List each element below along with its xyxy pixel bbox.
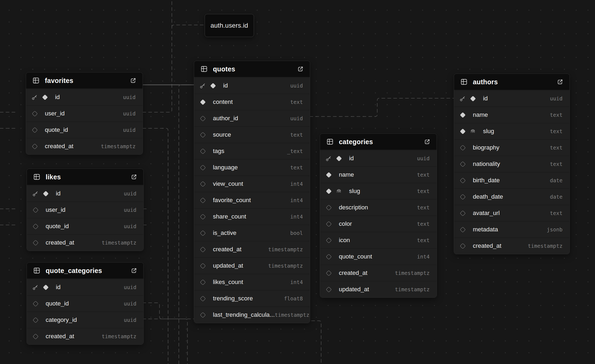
column-type: bool: [290, 230, 310, 236]
column-row-authors-id: iduuid: [454, 90, 569, 107]
column-name: slug: [349, 188, 360, 195]
column-name: user_id: [45, 110, 65, 117]
column-name: id: [55, 94, 60, 101]
column-row-authors-birth_date: birth_datedate: [454, 172, 569, 188]
primary-key-icon: [199, 82, 206, 89]
primary-key-icon: [32, 284, 39, 290]
edge-quote-categories-category-to-categories: [311, 321, 321, 364]
column-row-quotes-source: sourcetext: [194, 126, 310, 143]
nullable-icon: [32, 223, 39, 230]
external-link-icon[interactable]: [297, 65, 304, 73]
not-null-icon: [336, 155, 342, 162]
column-type: timestamptz: [528, 243, 569, 249]
column-name: created_at: [473, 242, 501, 249]
nullable-icon: [31, 110, 38, 117]
edge-quotes-author-to-authors: [310, 98, 454, 117]
external-link-icon[interactable]: [423, 138, 431, 145]
table-header-quotes[interactable]: quotes: [194, 61, 310, 77]
column-name: quote_count: [339, 253, 372, 260]
column-type: int4: [290, 197, 310, 203]
column-name: created_at: [46, 333, 74, 340]
nullable-icon: [32, 317, 39, 323]
column-type: text: [417, 172, 437, 178]
not-null-icon: [42, 190, 49, 197]
nullable-icon: [459, 161, 466, 167]
column-type: uuid: [290, 83, 310, 89]
edge-quote-categories-category-to-categories: [143, 319, 187, 364]
column-name: id: [223, 82, 228, 89]
column-name: category_id: [46, 316, 77, 323]
nullable-icon: [199, 279, 206, 285]
column-name: created_at: [45, 143, 73, 150]
nullable-icon: [325, 253, 332, 260]
not-null-icon: [325, 172, 332, 178]
table-icon: [200, 65, 208, 73]
column-name: language: [213, 164, 238, 171]
not-null-icon: [459, 128, 466, 134]
column-row-authors-death_date: death_datedate: [454, 188, 569, 205]
column-row-quote_categories-id: iduuid: [27, 279, 143, 295]
external-link-icon[interactable]: [130, 267, 137, 274]
table-header-likes[interactable]: likes: [27, 169, 143, 185]
column-type: timestamptz: [268, 263, 310, 269]
column-name: tags: [213, 148, 224, 155]
column-row-authors-nationality: nationalitytext: [454, 156, 569, 172]
column-type: text: [550, 161, 569, 167]
external-link-icon[interactable]: [129, 77, 137, 84]
column-type: uuid: [123, 127, 143, 133]
column-type: uuid: [124, 223, 143, 230]
nullable-icon: [459, 144, 466, 151]
not-null-icon: [459, 112, 466, 118]
column-row-quotes-view_count: view_countint4: [194, 176, 310, 192]
table-node-quote_categories[interactable]: quote_categoriesiduuidquote_iduuidcatego…: [27, 262, 144, 345]
column-row-quotes-trending_score: trending_scorefloat8: [194, 290, 310, 307]
column-row-quotes-language: languagetext: [194, 159, 310, 176]
column-type: text: [417, 188, 437, 194]
nullable-icon: [199, 115, 206, 122]
nullable-icon: [32, 300, 39, 307]
table-node-quotes[interactable]: quotesiduuidcontenttextauthor_iduuidsour…: [194, 61, 310, 323]
column-row-quotes-likes_count: likes_countint4: [194, 274, 310, 290]
primary-key-icon: [325, 155, 332, 162]
column-name: id: [483, 95, 488, 102]
column-type: text: [290, 99, 310, 105]
table-node-favorites[interactable]: favoritesiduuiduser_iduuidquote_iduuidcr…: [26, 72, 143, 155]
auth-users-id-label: auth.users.id: [211, 22, 248, 29]
column-row-quotes-updated_at: updated_attimestamptz: [194, 257, 310, 274]
column-type: uuid: [124, 317, 143, 323]
column-type: uuid: [124, 301, 143, 307]
table-header-authors[interactable]: authors: [454, 74, 569, 90]
column-row-categories-name: nametext: [320, 166, 437, 183]
nullable-icon: [31, 127, 38, 133]
schema-visualizer-canvas[interactable]: { "canvas": { "background": "#171717", "…: [0, 0, 595, 364]
column-name: id: [349, 155, 354, 162]
column-type: uuid: [290, 115, 310, 122]
nullable-icon: [199, 312, 206, 318]
table-node-authors[interactable]: authorsiduuidnametextslugtextbiographyte…: [454, 74, 570, 254]
edge-bundle-feeder-vertical: [179, 85, 181, 364]
edge-favorites-quote-to-quotes: [143, 128, 168, 364]
external-link-icon[interactable]: [556, 78, 564, 86]
external-link-icon[interactable]: [130, 173, 137, 181]
table-node-categories[interactable]: categoriesiduuidnametextslugtextdescript…: [320, 133, 437, 298]
table-node-likes[interactable]: likesiduuiduser_iduuidquote_iduuidcreate…: [27, 169, 144, 251]
table-icon: [32, 77, 40, 85]
auth-users-id-node[interactable]: auth.users.id: [205, 14, 254, 37]
column-row-authors-slug: slugtext: [454, 123, 569, 139]
column-row-likes-id: iduuid: [27, 185, 143, 202]
table-header-favorites[interactable]: favorites: [26, 72, 143, 89]
nullable-icon: [325, 270, 332, 276]
column-name: birth_date: [473, 177, 500, 184]
column-row-authors-created_at: created_attimestamptz: [454, 238, 569, 254]
column-name: name: [339, 171, 354, 178]
table-header-categories[interactable]: categories: [320, 134, 437, 150]
column-row-categories-description: descriptiontext: [320, 199, 437, 216]
column-name: content: [213, 99, 233, 105]
column-type: uuid: [123, 94, 143, 100]
column-name: user_id: [46, 206, 66, 213]
primary-key-icon: [32, 190, 39, 197]
column-type: timestamptz: [395, 286, 437, 293]
nullable-icon: [325, 286, 332, 293]
table-header-quote_categories[interactable]: quote_categories: [27, 263, 143, 279]
column-name: is_active: [213, 230, 237, 236]
